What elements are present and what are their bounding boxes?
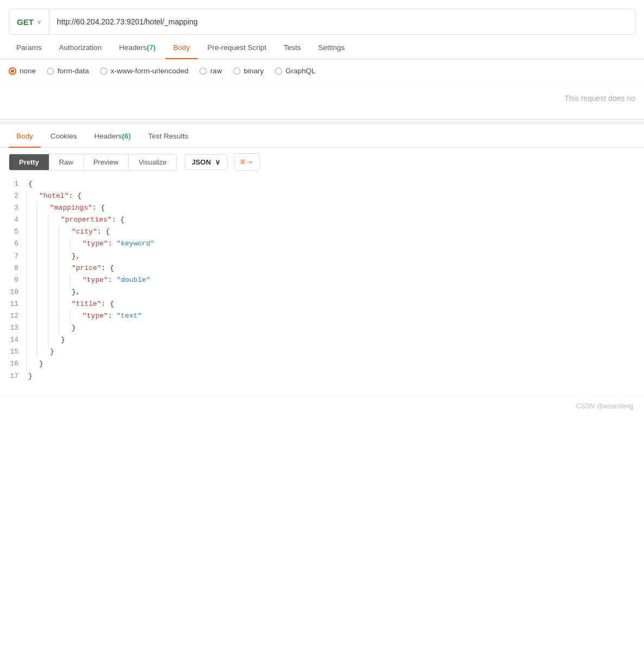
line-number: 6 (9, 238, 18, 250)
tab-body[interactable]: Body (166, 37, 198, 59)
radio-dot-none (9, 67, 16, 75)
code-line: "price": { (26, 262, 644, 274)
resp-tab-test-results[interactable]: Test Results (141, 125, 196, 148)
radio-label-urlencoded: x-www-form-urlencoded (111, 67, 188, 75)
line-number: 15 (9, 346, 18, 358)
line-number: 12 (9, 310, 18, 322)
view-btn-pretty[interactable]: Pretty (9, 154, 49, 170)
code-line: } (26, 358, 644, 370)
line-number: 2 (9, 190, 18, 202)
format-chevron-icon: ∨ (215, 158, 220, 166)
url-input[interactable] (49, 17, 635, 26)
line-number: 4 (9, 214, 18, 226)
code-content: { "hotel": { "mappings": { "properties":… (26, 176, 644, 385)
code-line: "city": { (26, 226, 644, 238)
line-numbers: 1234567891011121314151617 (0, 176, 26, 385)
line-number: 14 (9, 334, 18, 346)
line-number: 17 (9, 370, 18, 382)
code-line: } (26, 346, 644, 358)
radio-dot-binary (233, 67, 241, 75)
code-line: "mappings": { (26, 202, 644, 214)
radio-label-binary: binary (244, 67, 264, 75)
tab-pre-request-script[interactable]: Pre-request Script (200, 37, 274, 59)
tab-params[interactable]: Params (9, 37, 49, 59)
code-line: "type": "keyword" (26, 238, 644, 250)
resp-tab-cookies[interactable]: Cookies (43, 125, 85, 148)
line-number: 1 (9, 178, 18, 190)
tab-tests[interactable]: Tests (276, 37, 308, 59)
method-selector[interactable]: GET ∨ (9, 9, 49, 34)
format-label: JSON (192, 158, 211, 166)
radio-label-graphql: GraphQL (286, 67, 316, 75)
no-body-message: This request does no (0, 83, 644, 119)
footer-credit: CSDN @wzerofeng (576, 402, 633, 410)
format-selector[interactable]: JSON ∨ (185, 154, 228, 170)
radio-label-form-data: form-data (58, 67, 89, 75)
line-number: 3 (9, 202, 18, 214)
radio-dot-graphql (275, 67, 282, 75)
tab-settings[interactable]: Settings (311, 37, 352, 59)
line-number: 9 (9, 274, 18, 286)
radio-dot-raw (199, 67, 207, 75)
radio-dot-form-data (47, 67, 54, 75)
code-line: "type": "double" (26, 274, 644, 286)
code-line: } (26, 322, 644, 334)
radio-none[interactable]: none (9, 67, 36, 75)
method-chevron-icon: ∨ (37, 18, 41, 26)
code-line: }, (26, 286, 644, 298)
tab-headers[interactable]: Headers(7) (111, 37, 163, 59)
code-container: 1234567891011121314151617 { "hotel": { "… (0, 176, 644, 395)
code-line: }, (26, 250, 644, 262)
radio-raw[interactable]: raw (199, 67, 222, 75)
line-number: 8 (9, 262, 18, 274)
radio-label-raw: raw (210, 67, 222, 75)
tab-authorization[interactable]: Authorization (52, 37, 110, 59)
radio-graphql[interactable]: GraphQL (275, 67, 316, 75)
line-number: 13 (9, 322, 18, 334)
line-number: 5 (9, 226, 18, 238)
radio-form-data[interactable]: form-data (47, 67, 89, 75)
code-line: "properties": { (26, 214, 644, 226)
method-label: GET (17, 17, 34, 27)
code-line: } (26, 334, 644, 346)
line-number: 16 (9, 358, 18, 370)
code-line: { (26, 178, 644, 190)
footer: CSDN @wzerofeng (0, 395, 644, 417)
code-line: "type": "text" (26, 310, 644, 322)
view-bar: Pretty Raw Preview Visualize JSON ∨ ≡→ (0, 148, 644, 176)
code-line: } (26, 370, 644, 382)
resp-tab-body[interactable]: Body (9, 125, 41, 148)
radio-dot-urlencoded (100, 67, 108, 75)
radio-label-none: none (20, 67, 36, 75)
wrap-button[interactable]: ≡→ (234, 153, 260, 171)
url-bar: GET ∨ (9, 9, 635, 35)
response-tabs: Body Cookies Headers(6) Test Results (0, 125, 644, 148)
line-number: 11 (9, 298, 18, 310)
resp-tab-headers[interactable]: Headers(6) (87, 125, 139, 148)
section-divider (0, 119, 644, 123)
line-number: 10 (9, 286, 18, 298)
view-btn-preview[interactable]: Preview (84, 154, 129, 170)
code-line: "hotel": { (26, 190, 644, 202)
line-number: 7 (9, 250, 18, 262)
body-options: none form-data x-www-form-urlencoded raw… (0, 59, 644, 83)
view-btn-visualize[interactable]: Visualize (129, 154, 176, 170)
code-line: "title": { (26, 298, 644, 310)
radio-binary[interactable]: binary (233, 67, 264, 75)
view-btn-raw[interactable]: Raw (49, 154, 84, 170)
view-button-group: Pretty Raw Preview Visualize (9, 154, 177, 171)
radio-urlencoded[interactable]: x-www-form-urlencoded (100, 67, 188, 75)
request-tabs: Params Authorization Headers(7) Body Pre… (0, 37, 644, 59)
